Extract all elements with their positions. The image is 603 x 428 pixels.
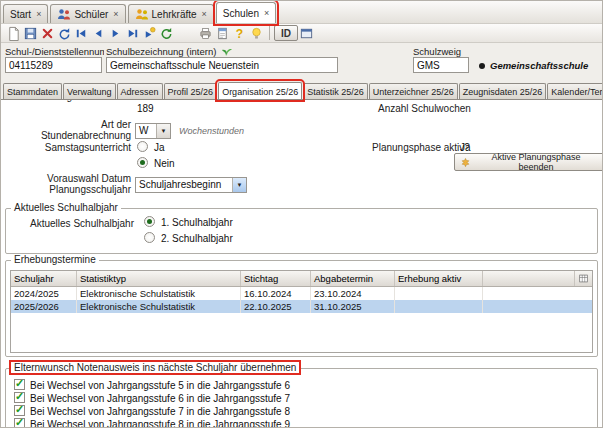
tab-profil[interactable]: Profil 25/26 bbox=[164, 83, 218, 99]
column-header-stichtag[interactable]: Stichtag bbox=[241, 271, 311, 286]
tab-unterzeichner[interactable]: Unterzeichner 25/26 bbox=[369, 83, 458, 99]
cell-schuljahr: 2024/2025 bbox=[11, 287, 77, 300]
cell-filler bbox=[483, 300, 592, 313]
end-planning-phase-button[interactable]: Aktive Planungsphase beenden bbox=[454, 153, 603, 171]
wish-checkbox-8-9[interactable] bbox=[14, 418, 25, 428]
chevron-down-icon[interactable]: ▼ bbox=[232, 178, 246, 192]
parental-wish-group-title: Elternwunsch Notenausweis ins nächste Sc… bbox=[11, 362, 299, 373]
wish-checkbox-5-6[interactable] bbox=[14, 379, 25, 390]
grid-icon bbox=[578, 273, 589, 284]
cell-schuljahr: 2025/2026 bbox=[11, 300, 77, 313]
table-row-selected[interactable]: 2025/2026 Elektronische Schulstatistik 2… bbox=[11, 300, 592, 313]
tab-schulen[interactable]: Schulen × bbox=[216, 2, 276, 23]
hours-mode-label: Art der Stundenabrechnung bbox=[9, 119, 131, 141]
cell-filler bbox=[483, 287, 592, 300]
teachers-icon bbox=[135, 8, 149, 21]
school-days-label: Anz. Schultage lt. Kalender bbox=[9, 99, 131, 102]
halfyear-2-radio[interactable] bbox=[144, 232, 155, 243]
hint-icon[interactable] bbox=[248, 25, 265, 42]
saturday-label: Samstagsunterricht bbox=[9, 142, 131, 153]
wish-label-6-7: Bei Wechsel von Jahrgangsstufe 6 in die … bbox=[30, 393, 290, 404]
tab-verwaltung[interactable]: Verwaltung bbox=[63, 83, 116, 99]
school-number-label: Schul-/Dienststellennum... bbox=[5, 46, 104, 57]
erhebungstermine-group: Erhebungstermine Schuljahr Statistiktyp … bbox=[5, 260, 598, 357]
close-tab-icon[interactable]: × bbox=[264, 8, 269, 18]
new-record-icon[interactable] bbox=[5, 25, 22, 42]
wish-label-7-8: Bei Wechsel von Jahrgangsstufe 7 in die … bbox=[30, 406, 290, 417]
organisation-panel: Anz. Schultage lt. Kalender 189 Anzahl S… bbox=[1, 99, 603, 428]
tab-kalender-termine[interactable]: Kalender/Termine 25/26 bbox=[547, 83, 603, 99]
save-icon[interactable] bbox=[22, 25, 39, 42]
cell-erhebung-aktiv bbox=[395, 287, 483, 300]
column-header-erhebung-aktiv[interactable]: Erhebung aktiv bbox=[395, 271, 483, 286]
report-icon[interactable] bbox=[214, 25, 231, 42]
saturday-yes-radio[interactable] bbox=[137, 141, 148, 152]
school-name-label: Schulbezeichnung (intern) bbox=[106, 46, 218, 57]
hours-mode-note: Wochenstunden bbox=[179, 126, 244, 136]
tab-statistik[interactable]: Statistik 25/26 bbox=[303, 83, 368, 99]
toolbar: ? ID bbox=[1, 23, 602, 43]
chevron-down-icon[interactable]: ▼ bbox=[156, 124, 170, 138]
tab-adressen[interactable]: Adressen bbox=[117, 83, 163, 99]
close-tab-icon[interactable]: × bbox=[202, 9, 207, 19]
tab-zeugnisdaten[interactable]: Zeugnisdaten 25/26 bbox=[459, 83, 547, 99]
tab-label: Schüler bbox=[74, 9, 108, 20]
column-header-schuljahr[interactable]: Schuljahr bbox=[11, 271, 77, 286]
branch-bullet-icon bbox=[479, 63, 485, 69]
id-button[interactable]: ID bbox=[274, 25, 298, 41]
cell-stichtag: 22.10.2025 bbox=[241, 300, 311, 313]
current-halfyear-group-title: Aktuelles Schulhalbjahr bbox=[11, 202, 121, 213]
first-record-icon[interactable] bbox=[73, 25, 90, 42]
close-tab-icon[interactable]: × bbox=[36, 9, 41, 19]
detail-tab-bar: Stammdaten Verwaltung Adressen Profil 25… bbox=[1, 81, 602, 99]
column-header-statistiktyp[interactable]: Statistiktyp bbox=[77, 271, 241, 286]
goto-record-icon[interactable] bbox=[141, 25, 158, 42]
current-halfyear-group: Aktuelles Schulhalbjahr Aktuelles Schulh… bbox=[5, 208, 598, 254]
column-header-abgabetermin[interactable]: Abgabetermin bbox=[311, 271, 395, 286]
school-weeks-label: Anzahl Schulwochen bbox=[378, 103, 471, 114]
sprout-marker-icon bbox=[220, 44, 233, 57]
last-record-icon[interactable] bbox=[124, 25, 141, 42]
column-header-filler bbox=[483, 271, 574, 286]
current-halfyear-label: Aktuelles Schulhalbjahr bbox=[8, 218, 134, 229]
refresh-data-icon[interactable] bbox=[158, 25, 175, 42]
close-tab-icon[interactable]: × bbox=[113, 9, 118, 19]
school-branch-field[interactable]: GMS bbox=[413, 57, 469, 73]
help-icon[interactable]: ? bbox=[231, 25, 248, 42]
wish-checkbox-7-8[interactable] bbox=[14, 405, 25, 416]
hours-mode-combobox[interactable]: W ▼ bbox=[135, 123, 171, 139]
planning-year-combobox[interactable]: Schuljahresbeginn ▼ bbox=[135, 177, 247, 193]
delete-icon[interactable] bbox=[39, 25, 56, 42]
tab-organisation[interactable]: Organisation 25/26 bbox=[218, 82, 302, 99]
cell-statistiktyp: Elektronische Schulstatistik bbox=[77, 287, 241, 300]
parental-wish-group: Elternwunsch Notenausweis ins nächste Sc… bbox=[5, 368, 598, 428]
planning-year-value: Schuljahresbeginn bbox=[139, 179, 221, 190]
halfyear-1-radio[interactable] bbox=[144, 216, 155, 227]
window-tab-bar: Start × Schüler × Lehrkräfte × Schulen × bbox=[1, 1, 602, 23]
cell-abgabetermin: 23.10.2024 bbox=[311, 287, 395, 300]
saturday-no-radio[interactable] bbox=[137, 157, 148, 168]
halfyear-2-label: 2. Schulhalbjahr bbox=[161, 233, 233, 244]
table-header-row: Schuljahr Statistiktyp Stichtag Abgabete… bbox=[11, 271, 592, 287]
previous-record-icon[interactable] bbox=[90, 25, 107, 42]
print-icon[interactable] bbox=[197, 25, 214, 42]
tab-stammdaten[interactable]: Stammdaten bbox=[3, 83, 62, 99]
cell-stichtag: 16.10.2024 bbox=[241, 287, 311, 300]
module-info-icon[interactable] bbox=[298, 25, 315, 42]
next-record-icon[interactable] bbox=[107, 25, 124, 42]
school-days-value: 189 bbox=[137, 103, 154, 114]
tab-lehrkraefte[interactable]: Lehrkräfte × bbox=[128, 4, 214, 23]
tab-start[interactable]: Start × bbox=[3, 4, 48, 23]
table-row[interactable]: 2024/2025 Elektronische Schulstatistik 1… bbox=[11, 287, 592, 300]
students-icon bbox=[57, 8, 71, 21]
wish-checkbox-6-7[interactable] bbox=[14, 392, 25, 403]
tab-schueler[interactable]: Schüler × bbox=[50, 4, 125, 23]
svg-text:?: ? bbox=[236, 26, 243, 40]
erhebungstermine-table: Schuljahr Statistiktyp Stichtag Abgabete… bbox=[10, 270, 593, 353]
school-name-field[interactable]: Gemeinschaftsschule Neuenstein bbox=[106, 57, 338, 73]
undo-icon[interactable] bbox=[56, 25, 73, 42]
school-number-field[interactable]: 04115289 bbox=[5, 57, 102, 73]
saturday-yes-label: Ja bbox=[154, 142, 165, 153]
column-config-button[interactable] bbox=[574, 271, 592, 286]
wish-label-8-9: Bei Wechsel von Jahrgangsstufe 8 in die … bbox=[30, 419, 290, 428]
